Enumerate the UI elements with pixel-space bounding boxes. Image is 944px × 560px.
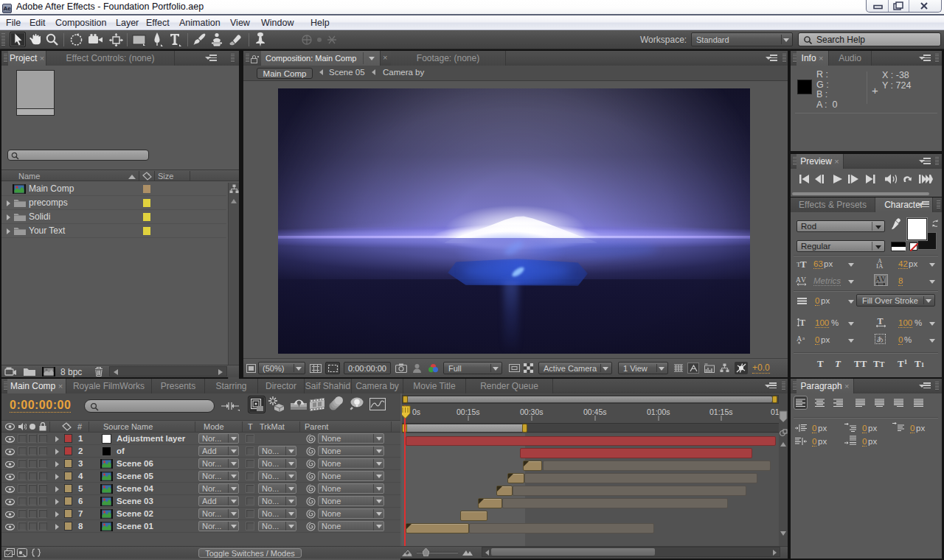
svg-text:V: V [801,276,806,284]
svg-text:T: T [800,259,807,268]
svg-text:T: T [878,317,884,326]
svg-text:A: A [796,335,802,343]
svg-text:T: T [799,318,805,328]
svg-text:V: V [881,276,886,283]
svg-text:a: a [802,335,805,341]
svg-text:IA: IA [876,262,884,269]
svg-text:A: A [875,276,881,283]
svg-text:A: A [796,276,801,284]
